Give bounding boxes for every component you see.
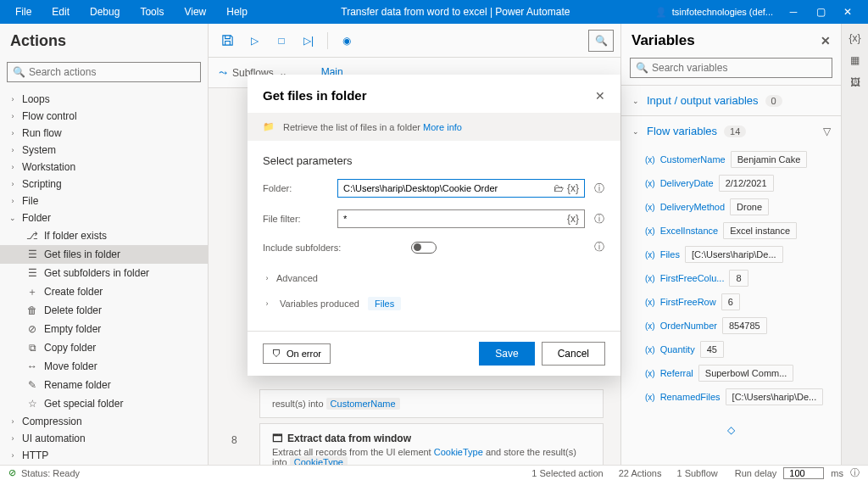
run-delay-unit: ms — [831, 468, 843, 478]
modal-info-banner: 📁 Retrieve the list of files in a folder… — [248, 113, 620, 141]
menu-debug[interactable]: Debug — [81, 3, 128, 21]
run-delay-label: Run delay — [735, 468, 777, 478]
user-label: tsinfotechnologies (def... — [672, 7, 773, 17]
menu-help[interactable]: Help — [218, 3, 256, 21]
titlebar-right: 👤 tsinfotechnologies (def... ─ ▢ ✕ — [655, 0, 861, 24]
user-account[interactable]: 👤 tsinfotechnologies (def... — [655, 7, 773, 18]
subflows-count: 1 Subflow — [676, 468, 717, 478]
titlebar: File Edit Debug Tools View Help Transfer… — [0, 0, 868, 24]
folder-label: Folder: — [263, 183, 329, 193]
variables-produced-section[interactable]: › Variables produced Files — [263, 290, 605, 317]
produced-variable-chip[interactable]: Files — [368, 297, 401, 310]
chevron-right-icon: › — [263, 299, 271, 308]
folder-icon: 📁 — [263, 121, 275, 132]
advanced-section[interactable]: › Advanced — [263, 266, 605, 290]
close-button[interactable]: ✕ — [834, 0, 861, 24]
cancel-button[interactable]: Cancel — [542, 342, 605, 366]
on-error-button[interactable]: ⛉ On error — [263, 343, 331, 364]
help-icon[interactable]: ⓘ — [593, 212, 605, 226]
modal-title: Get files in folder — [263, 88, 367, 103]
folder-input[interactable] — [343, 183, 550, 193]
menu-view[interactable]: View — [175, 3, 214, 21]
status-info-icon[interactable]: ⓘ — [850, 466, 860, 479]
modal-overlay: Get files in folder ✕ 📁 Retrieve the lis… — [0, 24, 868, 465]
include-subfolders-label: Include subfolders: — [263, 243, 403, 253]
variable-picker-icon[interactable]: {x} — [567, 182, 579, 194]
status-ready-icon: ⊘ — [8, 467, 16, 478]
selected-count: 1 Selected action — [531, 468, 603, 478]
save-button[interactable]: Save — [479, 342, 534, 366]
file-filter-input[interactable] — [343, 214, 564, 224]
minimize-button[interactable]: ─ — [780, 0, 807, 24]
include-subfolders-toggle[interactable] — [411, 242, 437, 254]
actions-count: 22 Actions — [619, 468, 662, 478]
menu-file[interactable]: File — [7, 3, 40, 21]
select-parameters-label: Select parameters — [263, 154, 605, 167]
menu-bar: File Edit Debug Tools View Help — [7, 3, 256, 21]
get-files-modal: Get files in folder ✕ 📁 Retrieve the lis… — [248, 75, 620, 376]
help-icon[interactable]: ⓘ — [593, 240, 605, 254]
run-delay-input[interactable] — [783, 467, 824, 479]
browse-folder-icon[interactable]: 🗁 — [554, 182, 564, 194]
menu-tools[interactable]: Tools — [131, 3, 172, 21]
more-info-link[interactable]: More info — [423, 122, 462, 132]
status-bar: ⊘ Status: Ready 1 Selected action 22 Act… — [0, 465, 868, 480]
file-filter-label: File filter: — [263, 214, 329, 224]
menu-edit[interactable]: Edit — [43, 3, 78, 21]
shield-icon: ⛉ — [272, 349, 281, 359]
variable-picker-icon[interactable]: {x} — [567, 213, 579, 225]
user-icon: 👤 — [655, 7, 667, 18]
help-icon[interactable]: ⓘ — [593, 181, 605, 196]
maximize-button[interactable]: ▢ — [807, 0, 834, 24]
window-title: Transfer data from word to excel | Power… — [256, 6, 655, 18]
status-text: Status: Ready — [21, 468, 80, 478]
chevron-right-icon: › — [263, 274, 271, 282]
modal-close-button[interactable]: ✕ — [595, 89, 605, 103]
modal-info-text: Retrieve the list of files in a folder — [283, 122, 423, 132]
